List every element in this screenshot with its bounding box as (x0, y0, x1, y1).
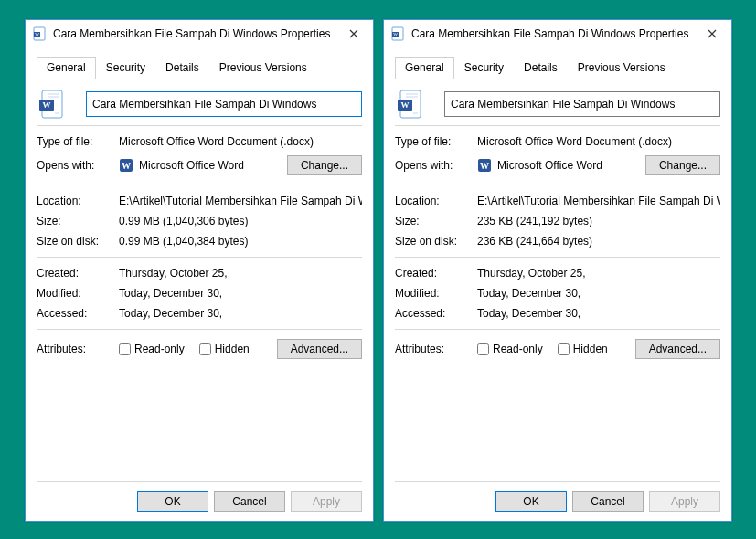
accessed-row: Accessed: Today, December 30, (37, 303, 362, 323)
separator (395, 257, 720, 258)
hidden-checkbox-input[interactable] (558, 343, 570, 355)
hidden-checkbox[interactable]: Hidden (558, 343, 608, 355)
size-row: Size: 0.99 MB (1,040,306 bytes) (37, 211, 362, 231)
tab-general[interactable]: General (37, 57, 96, 79)
separator (37, 185, 362, 185)
svg-text:W: W (480, 161, 489, 171)
titlebar: W Cara Membersihkan File Sampah Di Windo… (384, 20, 731, 48)
modified-row: Modified: Today, December 30, (395, 283, 720, 303)
attributes-label: Attributes: (37, 343, 119, 355)
separator (395, 125, 720, 126)
opens-with-row: Opens with: W Microsoft Office Word Chan… (37, 152, 362, 179)
tab-previous-versions[interactable]: Previous Versions (568, 57, 676, 79)
created-row: Created: Thursday, October 25, (37, 263, 362, 283)
separator (37, 329, 362, 330)
accessed-value: Today, December 30, (119, 307, 362, 320)
close-button[interactable] (700, 25, 724, 43)
file-type-icon: W (395, 89, 426, 120)
accessed-label: Accessed: (37, 307, 119, 320)
created-row: Created: Thursday, October 25, (395, 263, 720, 283)
size-on-disk-label: Size on disk: (395, 235, 477, 248)
tab-details[interactable]: Details (155, 57, 209, 79)
opens-with-value: Microsoft Office Word (497, 159, 645, 172)
filename-input[interactable] (86, 91, 362, 117)
location-row: Location: E:\Artikel\Tutorial Membersihk… (37, 191, 362, 211)
readonly-checkbox-input[interactable] (119, 343, 131, 355)
opens-with-label: Opens with: (395, 159, 477, 172)
size-on-disk-label: Size on disk: (37, 235, 119, 248)
tab-security[interactable]: Security (96, 57, 155, 79)
accessed-row: Accessed: Today, December 30, (395, 303, 720, 323)
size-on-disk-row: Size on disk: 236 KB (241,664 bytes) (395, 231, 720, 251)
close-button[interactable] (342, 25, 366, 43)
apply-button[interactable]: Apply (649, 491, 720, 512)
svg-text:W: W (401, 100, 410, 110)
ok-button[interactable]: OK (495, 491, 567, 512)
tab-details[interactable]: Details (514, 57, 568, 79)
dialog-footer: OK Cancel Apply (395, 481, 720, 512)
readonly-checkbox-input[interactable] (477, 343, 489, 355)
advanced-button[interactable]: Advanced... (277, 339, 362, 359)
window-title: Cara Membersihkan File Sampah Di Windows… (53, 27, 342, 40)
modified-value: Today, December 30, (477, 287, 720, 300)
size-row: Size: 235 KB (241,192 bytes) (395, 211, 720, 231)
location-value: E:\Artikel\Tutorial Membersihkan File Sa… (119, 195, 362, 207)
created-label: Created: (37, 267, 119, 280)
opens-with-value: Microsoft Office Word (139, 159, 287, 172)
separator (395, 185, 720, 185)
advanced-button[interactable]: Advanced... (635, 339, 720, 359)
hidden-checkbox[interactable]: Hidden (199, 343, 250, 355)
size-value: 0.99 MB (1,040,306 bytes) (119, 215, 362, 227)
size-label: Size: (37, 215, 119, 227)
size-on-disk-value: 236 KB (241,664 bytes) (477, 235, 720, 248)
tab-general[interactable]: General (395, 57, 454, 79)
ok-button[interactable]: OK (137, 491, 208, 512)
window-icon: W (33, 26, 48, 41)
filename-input[interactable] (444, 91, 720, 117)
location-label: Location: (395, 195, 477, 207)
tab-previous-versions[interactable]: Previous Versions (209, 57, 317, 79)
type-row: Type of file: Microsoft Office Word Docu… (37, 132, 362, 152)
size-on-disk-value: 0.99 MB (1,040,384 bytes) (119, 235, 362, 248)
accessed-label: Accessed: (395, 307, 477, 320)
attributes-row: Attributes: Read-only Hidden Advanced... (395, 335, 720, 363)
hidden-checkbox-input[interactable] (199, 343, 211, 355)
modified-value: Today, December 30, (119, 287, 362, 300)
readonly-label: Read-only (493, 343, 543, 355)
tab-strip: General Security Details Previous Versio… (395, 56, 720, 79)
word-app-icon: W (477, 158, 492, 173)
dialog-footer: OK Cancel Apply (37, 481, 362, 512)
location-row: Location: E:\Artikel\Tutorial Membersihk… (395, 191, 720, 211)
svg-text:W: W (43, 100, 51, 110)
apply-button[interactable]: Apply (291, 491, 362, 512)
readonly-checkbox[interactable]: Read-only (477, 343, 543, 355)
size-label: Size: (395, 215, 477, 227)
type-row: Type of file: Microsoft Office Word Docu… (395, 132, 720, 152)
modified-label: Modified: (37, 287, 119, 300)
change-button[interactable]: Change... (287, 155, 362, 175)
location-label: Location: (37, 195, 119, 207)
tab-security[interactable]: Security (454, 57, 514, 79)
separator (37, 125, 362, 126)
word-app-icon: W (119, 158, 133, 173)
cancel-button[interactable]: Cancel (214, 491, 285, 512)
readonly-checkbox[interactable]: Read-only (119, 343, 185, 355)
type-label: Type of file: (37, 135, 119, 148)
svg-text:W: W (122, 161, 131, 171)
type-value: Microsoft Office Word Document (.docx) (477, 135, 720, 148)
titlebar: W Cara Membersihkan File Sampah Di Windo… (26, 20, 373, 48)
cancel-button[interactable]: Cancel (572, 491, 644, 512)
opens-with-row: Opens with: W Microsoft Office Word Chan… (395, 152, 720, 179)
properties-dialog: W Cara Membersihkan File Sampah Di Windo… (383, 19, 732, 522)
separator (395, 329, 720, 330)
created-value: Thursday, October 25, (477, 267, 720, 280)
filename-row: W (395, 89, 720, 120)
location-value: E:\Artikel\Tutorial Membersihkan File Sa… (477, 195, 720, 207)
tab-strip: General Security Details Previous Versio… (37, 56, 362, 79)
file-type-icon: W (37, 89, 68, 120)
change-button[interactable]: Change... (645, 155, 720, 175)
window-icon: W (391, 26, 406, 41)
filename-row: W (37, 89, 362, 120)
type-label: Type of file: (395, 135, 477, 148)
properties-dialog: W Cara Membersihkan File Sampah Di Windo… (25, 19, 374, 522)
